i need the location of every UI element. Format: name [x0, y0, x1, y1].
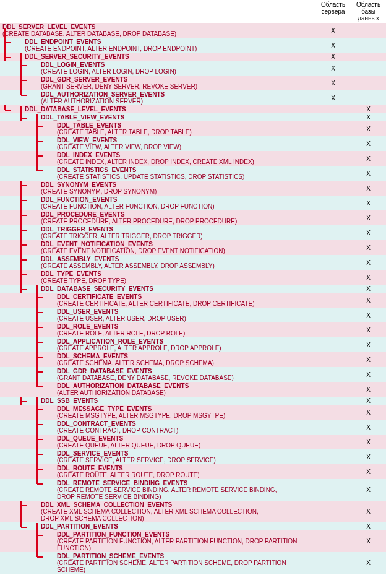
tree-cell: DDL_GDR_SERVER_EVENTS(GRANT SERVER, DENY… — [0, 76, 315, 90]
event-group-detail: (CREATE PARTITION SCHEME, ALTER PARTITIO… — [57, 560, 315, 573]
server-scope-mark — [315, 196, 351, 210]
event-group-detail: (CREATE SERVICE, ALTER SERVICE, DROP SER… — [57, 457, 315, 464]
tree-connector-icon — [0, 90, 40, 105]
tree-row-partition-func: DDL_PARTITION_FUNCTION_EVENTS(CREATE PAR… — [0, 530, 386, 552]
database-scope-mark: X — [351, 196, 386, 210]
tree-connector-icon — [0, 322, 56, 337]
server-scope-mark — [315, 113, 351, 121]
database-scope-mark: X — [351, 464, 386, 479]
database-scope-mark: X — [351, 367, 386, 382]
event-group-detail: (CREATE CERTIFICATE, ALTER CERTIFICATE, … — [57, 300, 315, 307]
server-scope-mark: X — [315, 38, 351, 53]
database-scope-mark — [351, 76, 386, 90]
database-scope-mark: X — [351, 136, 386, 151]
event-group-title: DDL_DATABASE_SECURITY_EVENTS — [41, 285, 153, 292]
tree-row-event-notification: DDL_EVENT_NOTIFICATION_EVENTS(CREATE EVE… — [0, 240, 386, 255]
database-scope-mark: X — [351, 530, 386, 552]
event-group-detail: (ALTER AUTHORIZATION SERVER) — [41, 98, 315, 105]
tree-row-server-security: DDL_SERVER_SECURITY_EVENTSX — [0, 53, 386, 61]
database-scope-mark — [351, 53, 386, 61]
tree-row-synonym: DDL_SYNONYM_EVENTS(CREATE SYNONYM, DROP … — [0, 181, 386, 196]
event-group-title: DDL_TABLE_VIEW_EVENTS — [41, 114, 124, 121]
tree-connector-icon — [0, 382, 56, 397]
tree-cell: DDL_XML_SCHEMA_COLLECTION_EVENTS(CREATE … — [0, 501, 315, 522]
tree-connector-icon — [0, 530, 56, 552]
tree-connector-icon — [0, 522, 40, 530]
event-group-title: DDL_QUEUE_EVENTS — [57, 435, 123, 442]
ddl-events-tree-table: Область сервера Область базы данных DDL_… — [0, 0, 386, 574]
tree-cell: DDL_PARTITION_SCHEME_EVENTS(CREATE PARTI… — [0, 552, 315, 574]
database-scope-mark: X — [351, 105, 386, 113]
tree-row-db-security: DDL_DATABASE_SECURITY_EVENTSX — [0, 285, 386, 293]
database-scope-mark: X — [351, 113, 386, 121]
server-scope-mark — [315, 435, 351, 449]
event-group-detail: (CREATE EVENT NOTIFICATION, DROP EVENT N… — [41, 248, 315, 254]
server-scope-mark — [315, 308, 351, 322]
event-group-detail: (CREATE SYNONYM, DROP SYNONYM) — [41, 188, 315, 195]
server-scope-mark — [315, 552, 351, 574]
tree-cell: DDL_TABLE_VIEW_EVENTS — [0, 113, 315, 121]
database-scope-mark: X — [351, 352, 386, 367]
event-group-title: DDL_INDEX_EVENTS — [57, 152, 120, 158]
tree-cell: DDL_PROCEDURE_EVENTS(CREATE PROCEDURE, A… — [0, 210, 315, 225]
tree-connector-icon — [0, 397, 40, 405]
event-group-title: DDL_PARTITION_EVENTS — [41, 523, 118, 530]
event-group-detail: (GRANT SERVER, DENY SERVER, REVOKE SERVE… — [41, 83, 315, 90]
tree-row-approle: DDL_APPLICATION_ROLE_EVENTS(CREATE APPRO… — [0, 337, 386, 352]
database-scope-mark: X — [351, 449, 386, 464]
event-group-detail: (CREATE TYPE, DROP TYPE) — [41, 277, 315, 284]
event-group-title: DDL_TRIGGER_EVENTS — [41, 226, 113, 233]
event-group-title: DDL_APPLICATION_ROLE_EVENTS — [57, 338, 163, 345]
server-scope-mark: X — [315, 53, 351, 61]
server-scope-mark — [315, 151, 351, 166]
tree-row-login: DDL_LOGIN_EVENTS(CREATE LOGIN, ALTER LOG… — [0, 61, 386, 76]
tree-connector-icon — [0, 464, 56, 479]
database-scope-mark: X — [351, 405, 386, 420]
tree-row-view: DDL_VIEW_EVENTS(CREATE VIEW, ALTER VIEW,… — [0, 136, 386, 151]
server-scope-mark — [315, 530, 351, 552]
server-scope-mark — [315, 270, 351, 285]
event-group-detail: (CREATE QUEUE, ALTER QUEUE, DROP QUEUE) — [57, 442, 315, 449]
server-scope-mark — [315, 352, 351, 367]
tree-connector-icon — [0, 501, 40, 522]
event-group-title: DDL_PARTITION_FUNCTION_EVENTS — [57, 531, 169, 538]
tree-connector-icon — [0, 352, 56, 367]
event-group-detail: (CREATE ASSEMBLY, ALTER ASSEMBLY, DROP A… — [41, 262, 315, 269]
tree-row-type: DDL_TYPE_EVENTS(CREATE TYPE, DROP TYPE)X — [0, 270, 386, 285]
tree-cell: DDL_EVENT_NOTIFICATION_EVENTS(CREATE EVE… — [0, 240, 315, 255]
tree-connector-icon — [0, 121, 56, 136]
tree-cell: DDL_TABLE_EVENTS(CREATE TABLE, ALTER TAB… — [0, 121, 315, 136]
tree-connector-icon — [0, 105, 24, 113]
database-scope-mark: X — [351, 151, 386, 166]
event-group-title: DDL_CONTRACT_EVENTS — [57, 420, 136, 427]
tree-cell: DDL_SYNONYM_EVENTS(CREATE SYNONYM, DROP … — [0, 181, 315, 196]
tree-connector-icon — [0, 308, 56, 322]
server-scope-mark — [315, 240, 351, 255]
server-scope-mark — [315, 136, 351, 151]
tree-cell: DDL_SSB_EVENTS — [0, 397, 315, 405]
server-scope-mark — [315, 367, 351, 382]
server-scope-mark — [315, 293, 351, 308]
event-group-title: DDL_GDR_DATABASE_EVENTS — [57, 368, 152, 374]
event-group-title: DDL_PROCEDURE_EVENTS — [41, 211, 125, 218]
tree-cell: DDL_GDR_DATABASE_EVENTS(GRANT DATABASE, … — [0, 367, 315, 382]
database-scope-mark: X — [351, 210, 386, 225]
tree-connector-icon — [0, 76, 40, 90]
tree-row-contract: DDL_CONTRACT_EVENTS(CREATE CONTRACT, DRO… — [0, 420, 386, 435]
event-group-title: DDL_PARTITION_SCHEME_EVENTS — [57, 553, 164, 560]
tree-connector-icon — [0, 479, 56, 501]
tree-connector-icon — [0, 61, 40, 76]
event-group-title: DDL_GDR_SERVER_EVENTS — [41, 76, 127, 83]
event-group-detail: (CREATE FUNCTION, ALTER FUNCTION, DROP F… — [41, 203, 315, 210]
tree-cell: DDL_DATABASE_SECURITY_EVENTS — [0, 285, 315, 293]
event-group-detail: (CREATE XML SCHEMA COLLECTION, ALTER XML… — [41, 508, 315, 522]
tree-connector-icon — [0, 196, 40, 210]
server-scope-mark — [315, 322, 351, 337]
event-group-title: DDL_AUTHORIZATION_DATABASE_EVENTS — [57, 383, 189, 389]
event-group-detail: (CREATE INDEX, ALTER INDEX, DROP INDEX, … — [57, 158, 315, 165]
database-scope-mark — [351, 23, 386, 38]
database-scope-mark: X — [351, 501, 386, 522]
tree-row-queue: DDL_QUEUE_EVENTS(CREATE QUEUE, ALTER QUE… — [0, 435, 386, 449]
event-group-title: DDL_STATISTICS_EVENTS — [57, 166, 137, 173]
tree-row-gdr-server: DDL_GDR_SERVER_EVENTS(GRANT SERVER, DENY… — [0, 76, 386, 90]
